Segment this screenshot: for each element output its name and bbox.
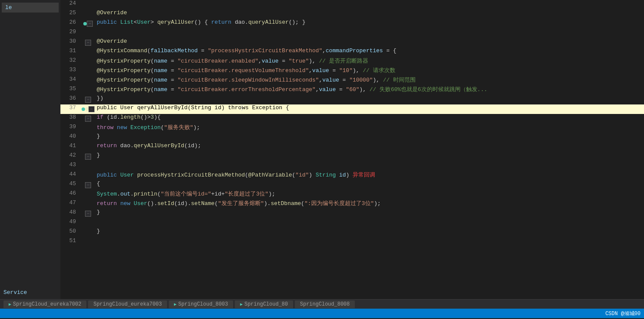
tab-item-3[interactable]: ▶SpringCloud_80: [235, 300, 293, 308]
token-string: "circuitBreaker.enabled": [177, 58, 258, 64]
line-content: System.out.println("当前这个编号id="+id+"长度超过了…: [95, 190, 644, 199]
fold-icon[interactable]: −: [85, 154, 91, 160]
code-row: 33 @HystrixProperty(name = "circuitBreak…: [60, 66, 644, 76]
token-plain: ()>: [140, 114, 150, 120]
fold-icon[interactable]: −: [85, 116, 91, 122]
line-content: @HystrixProperty(name = "circuitBreaker.…: [95, 76, 644, 85]
token-type: List: [120, 19, 134, 25]
line-content: [95, 237, 644, 247]
line-number: 48: [60, 209, 81, 218]
sidebar-top-label: le: [2, 3, 59, 13]
line-content: @HystrixProperty(name = "circuitBreaker.…: [95, 85, 644, 95]
token-kw-ctrl: return: [97, 200, 117, 207]
gutter-cell: [81, 171, 95, 180]
line-number: 33: [60, 66, 81, 76]
line-number: 24: [60, 0, 81, 9]
token-plain: ){: [154, 114, 161, 120]
fold-icon[interactable]: −: [88, 106, 95, 112]
gutter-cell: −: [81, 152, 95, 161]
fold-icon[interactable]: −: [87, 21, 93, 27]
gutter-cell: [81, 237, 95, 247]
line-number: 43: [60, 161, 81, 171]
token-method: queryAllUser: [248, 19, 289, 25]
token-param: id: [339, 172, 346, 178]
code-editor[interactable]: 2425@Override26−public List<User> qeryAl…: [60, 0, 644, 299]
token-plain: );: [193, 124, 200, 131]
token-param: id: [215, 104, 221, 111]
tab-item-0[interactable]: ▶SpringCloud_eureka7002: [3, 300, 86, 308]
token-plain: =: [167, 86, 177, 93]
token-plain: =: [198, 47, 208, 54]
token-throws-kw: thro: [228, 104, 241, 111]
token-kw-ctrl: if: [97, 114, 107, 120]
token-plain: .: [130, 191, 134, 197]
code-row: 38− if (id.length()>3){: [60, 114, 644, 123]
fold-icon[interactable]: −: [85, 182, 91, 188]
token-plain: ),: [353, 67, 363, 74]
line-number: 42: [60, 152, 81, 161]
line-number: 26: [60, 19, 81, 28]
token-annotation-attr: value: [262, 58, 278, 64]
token-plain: =: [339, 77, 349, 83]
token-method: qeryAllUserById: [137, 104, 188, 111]
token-string: "发生了服务熔断": [218, 200, 264, 207]
line-number: 38: [60, 114, 81, 123]
line-number: 45: [60, 180, 81, 190]
token-plain: dao.: [235, 19, 248, 25]
token-comment: // 失败60%也就是6次的时候就跳闸（触发...: [369, 86, 487, 93]
fold-icon[interactable]: −: [85, 211, 91, 217]
line-number: 51: [60, 237, 81, 247]
gutter-cell: [81, 85, 95, 95]
line-content: [95, 161, 644, 171]
gutter-cell: @−: [81, 104, 95, 114]
token-plain: }: [97, 152, 100, 158]
sidebar-bottom-label: Service: [0, 287, 60, 297]
token-plain: [117, 200, 120, 207]
token-plain: =: [336, 86, 346, 93]
token-plain: (: [147, 47, 151, 54]
token-plain: ,: [316, 86, 319, 93]
token-plain: (: [215, 200, 218, 207]
tab-item-2[interactable]: ▶SpringCloud_8003: [169, 300, 233, 308]
line-content: return dao.qeryAllUserById(id);: [95, 142, 644, 152]
gutter-cell: [81, 123, 95, 133]
token-annotation: @HystrixProperty: [97, 86, 151, 93]
code-lines: 2425@Override26−public List<User> qeryAl…: [60, 0, 644, 247]
line-number: 30: [60, 38, 81, 47]
gutter-cell: [81, 0, 95, 9]
line-content: @Override: [95, 38, 644, 47]
tab-item-4[interactable]: SpringCloud_8008: [295, 300, 355, 308]
token-method: length: [120, 114, 141, 120]
token-string: "10000": [349, 77, 373, 83]
line-content: [95, 28, 644, 38]
token-annotation-attr: name: [154, 67, 167, 74]
fold-icon[interactable]: −: [85, 97, 91, 103]
gutter-cell: [81, 142, 95, 152]
token-string: "60": [346, 86, 359, 93]
token-comment: // 请求次数: [363, 67, 395, 74]
token-plain: =: [167, 77, 177, 83]
code-row: 31@HystrixCommand(fallbackMethod = "proc…: [60, 47, 644, 57]
token-plain: (); }: [289, 19, 306, 25]
line-content: if (id.length()>3){: [95, 114, 644, 123]
token-string: "10": [339, 67, 353, 74]
token-annotation-attr: name: [154, 58, 167, 64]
gutter-cell: [81, 161, 95, 171]
code-row: 39 throw new Exception("服务失败");: [60, 123, 644, 133]
token-annotation-attr: commandProperties: [326, 47, 383, 54]
token-annotation: @Override: [97, 9, 127, 16]
tab-arrow-icon: ▶: [9, 302, 11, 307]
gutter-cell: −: [81, 180, 95, 190]
token-string: ":因为编号长度超过了3位": [304, 200, 374, 207]
line-number: 29: [60, 28, 81, 38]
token-annotation-attr: value: [322, 77, 339, 83]
tab-label: SpringCloud_eureka7003: [93, 301, 161, 307]
tab-item-1[interactable]: SpringCloud_eureka7003: [88, 300, 167, 308]
line-content: }: [95, 228, 644, 237]
token-type: String: [316, 172, 339, 178]
fold-icon[interactable]: −: [85, 40, 91, 46]
code-row: 48−}: [60, 209, 644, 218]
tab-arrow-icon: ▶: [240, 302, 243, 307]
token-type: User: [120, 104, 137, 111]
tab-label: SpringCloud_8003: [178, 301, 228, 307]
